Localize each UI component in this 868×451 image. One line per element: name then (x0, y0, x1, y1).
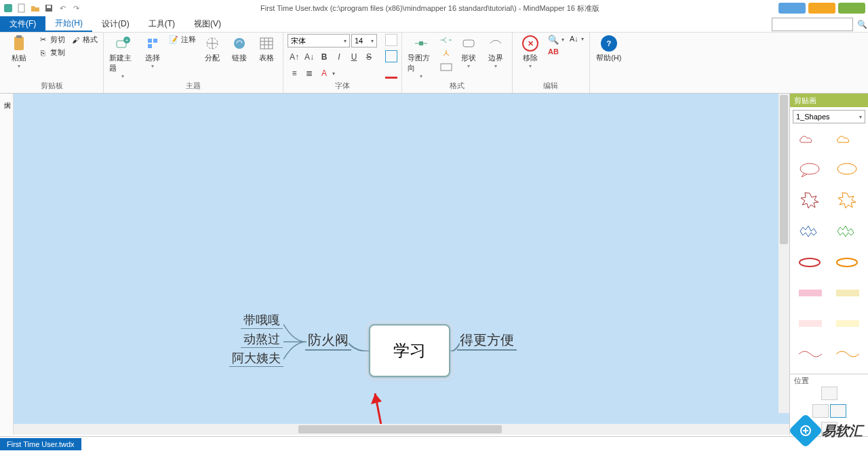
tab-tools[interactable]: 工具(T) (139, 16, 184, 32)
shape-jagged-1[interactable] (793, 220, 828, 242)
clipart-grid (790, 126, 868, 374)
cut-button[interactable]: ✂剪切 (37, 34, 66, 45)
document-tab[interactable]: First Time User.twdx (0, 438, 81, 450)
format-painter-button[interactable]: 🖌格式 (69, 34, 99, 45)
shape-soft-1[interactable] (793, 313, 828, 334)
svg-rect-9 (148, 39, 152, 43)
shape-burst-2[interactable] (831, 190, 866, 212)
window-buttons (778, 3, 865, 14)
shape-soft-2[interactable] (831, 313, 866, 334)
shape-brush-1[interactable] (793, 282, 828, 304)
center-node[interactable]: 学习 (369, 324, 450, 377)
font-size-combo[interactable]: 14▾ (351, 34, 377, 47)
shape-bubble-1[interactable] (793, 159, 828, 181)
position-header: 位置 (790, 374, 868, 387)
titlebar: ↶ ↷ First Time User.twdx (c:\program fil… (0, 0, 868, 16)
left-sub-1[interactable]: 带哦嘎 (241, 312, 283, 329)
shape-burst-1[interactable] (793, 190, 828, 212)
ribbon-font: 宋体▾ 14▾ A↑ A↓ B I U S ≡ ≣ A ▾ (283, 33, 402, 93)
decrease-font-icon[interactable]: A↓ (302, 50, 316, 64)
sort-icon[interactable]: A↓▾ (568, 34, 585, 43)
ribbon-topic: + 新建主题▾ 选择▾ 📝注释 分配 链接 表格 主题 (104, 33, 283, 93)
select-button[interactable]: 选择▾ (140, 34, 165, 71)
format-group-label: 格式 (406, 81, 508, 92)
svg-rect-31 (836, 290, 859, 296)
font-color-icon[interactable]: A (317, 66, 331, 80)
search-icon[interactable]: 🔍 (856, 18, 868, 31)
shape-bubble-2[interactable] (831, 159, 866, 181)
tab-view[interactable]: 视图(V) (184, 16, 231, 32)
tab-design[interactable]: 设计(D) (92, 16, 139, 32)
canvas[interactable]: 学习 防火阀 带哦嘎 动熬过 阿大姨夫 得更方便 (14, 94, 789, 424)
border-button[interactable]: 边界▾ (484, 34, 508, 71)
distribute-button[interactable]: 分配 (200, 34, 224, 64)
left-sub-2[interactable]: 动熬过 (241, 331, 283, 348)
font-name-combo[interactable]: 宋体▾ (288, 34, 350, 47)
shape-wave-1[interactable] (793, 343, 828, 365)
win-btn-3[interactable] (838, 3, 865, 14)
help-button[interactable]: ? 帮助(H) (594, 34, 624, 64)
increase-font-icon[interactable]: A↑ (288, 50, 301, 64)
shape-jagged-2[interactable] (831, 220, 866, 242)
vertical-scrollbar[interactable] (778, 94, 789, 413)
clipart-header: 剪贴画 (790, 94, 868, 107)
line-color-icon[interactable] (385, 66, 397, 79)
underline-button[interactable]: U (347, 50, 361, 64)
watermark-logo: 易软汇 (793, 418, 863, 443)
layout-icon-2[interactable] (439, 47, 454, 60)
undo-icon[interactable]: ↶ (57, 3, 68, 14)
direction-button[interactable]: 导图方向▾ (406, 34, 436, 81)
shape-wave-2[interactable] (831, 343, 866, 365)
save-icon[interactable] (43, 3, 54, 14)
remove-button[interactable]: ✕ 移除▾ (517, 34, 544, 71)
replace-icon[interactable]: AB (547, 47, 566, 56)
win-btn-1[interactable] (778, 3, 806, 14)
new-topic-button[interactable]: + 新建主题▾ (108, 34, 138, 81)
note-button[interactable]: 📝注释 (167, 34, 197, 45)
pos-icon-2[interactable] (812, 404, 829, 418)
ribbon-help: ? 帮助(H) (590, 33, 628, 93)
shape-button[interactable]: 形状▾ (456, 34, 481, 71)
align-left-icon[interactable]: ≡ (288, 66, 301, 80)
find-icon[interactable]: 🔍▾ (547, 34, 566, 45)
horizontal-scrollbar[interactable] (14, 424, 789, 435)
border-color-icon[interactable] (385, 50, 397, 62)
layout-icon-1[interactable] (439, 34, 454, 46)
strike-button[interactable]: S (362, 50, 376, 64)
svg-rect-22 (441, 64, 452, 71)
redo-icon[interactable]: ↷ (71, 3, 81, 14)
menu-combo[interactable] (772, 18, 853, 31)
table-button[interactable]: 表格 (254, 34, 279, 64)
shape-ring-2[interactable] (831, 252, 866, 273)
left-sub-3[interactable]: 阿大姨夫 (229, 350, 283, 367)
ribbon-edit: ✕ 移除▾ 🔍▾ AB A↓▾ 编辑 (513, 33, 590, 93)
link-button[interactable]: 链接 (227, 34, 252, 64)
pos-icon-1[interactable] (821, 387, 837, 400)
ribbon-clipboard: 粘贴 ▾ ✂剪切 ⎘复制 🖌格式 剪贴板 (0, 33, 104, 93)
open-icon[interactable] (30, 3, 41, 14)
shape-cloud-2[interactable] (831, 129, 866, 151)
edit-group-label: 编辑 (517, 81, 585, 92)
align-center-icon[interactable]: ≣ (302, 66, 316, 80)
tab-start[interactable]: 开始(H) (45, 16, 92, 32)
shape-ring-1[interactable] (793, 252, 828, 273)
paste-button[interactable]: 粘贴 ▾ (4, 34, 34, 71)
clipart-category-combo[interactable]: 1_Shapes▾ (793, 110, 865, 123)
layout-icon-3[interactable] (439, 61, 454, 73)
file-menu[interactable]: 文件(F) (0, 16, 45, 32)
shape-brush-2[interactable] (831, 282, 866, 304)
fill-color-icon[interactable] (385, 34, 397, 46)
shape-cloud-1[interactable] (793, 129, 828, 151)
svg-rect-1 (18, 4, 24, 12)
right-branch[interactable]: 得更方便 (457, 331, 517, 351)
outline-tab[interactable]: 大纲 (0, 94, 14, 435)
ribbon: 粘贴 ▾ ✂剪切 ⎘复制 🖌格式 剪贴板 + 新建主题▾ 选择▾ (0, 33, 868, 94)
italic-button[interactable]: I (332, 50, 346, 64)
bold-button[interactable]: B (317, 50, 331, 64)
left-branch[interactable]: 防火阀 (305, 331, 351, 351)
copy-button[interactable]: ⎘复制 (37, 47, 66, 58)
win-btn-2[interactable] (808, 3, 835, 14)
pos-icon-3[interactable] (830, 404, 846, 418)
new-icon[interactable] (16, 3, 27, 14)
svg-rect-14 (260, 38, 273, 49)
